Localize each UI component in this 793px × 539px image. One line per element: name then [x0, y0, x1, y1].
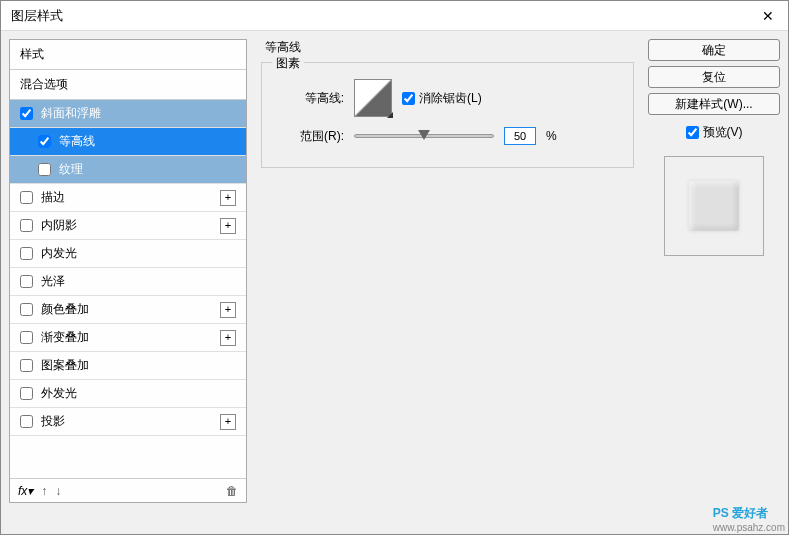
- ok-button[interactable]: 确定: [648, 39, 780, 61]
- blend-options[interactable]: 混合选项: [10, 70, 246, 100]
- action-panel: 确定 复位 新建样式(W)... 预览(V): [648, 39, 780, 503]
- range-slider[interactable]: [354, 134, 494, 138]
- close-button[interactable]: ✕: [748, 1, 788, 31]
- add-effect-button[interactable]: +: [220, 330, 236, 346]
- style-item[interactable]: 内阴影+: [10, 212, 246, 240]
- style-checkbox[interactable]: [20, 415, 33, 428]
- style-checkbox[interactable]: [20, 275, 33, 288]
- watermark: PS 爱好者 www.psahz.com: [713, 505, 785, 533]
- style-label: 投影: [41, 413, 220, 430]
- contour-label: 等高线:: [274, 90, 344, 107]
- style-checkbox[interactable]: [20, 107, 33, 120]
- style-item[interactable]: 颜色叠加+: [10, 296, 246, 324]
- style-checkbox[interactable]: [20, 191, 33, 204]
- preview-control[interactable]: 预览(V): [648, 124, 780, 141]
- titlebar: 图层样式 ✕: [1, 1, 788, 31]
- section-title: 等高线: [261, 39, 634, 56]
- group-title: 图素: [272, 55, 304, 72]
- style-item[interactable]: 图案叠加: [10, 352, 246, 380]
- add-effect-button[interactable]: +: [220, 302, 236, 318]
- dialog-content: 样式 混合选项 斜面和浮雕等高线纹理描边+内阴影+内发光光泽颜色叠加+渐变叠加+…: [1, 31, 788, 511]
- style-item[interactable]: 投影+: [10, 408, 246, 436]
- layer-style-dialog: 图层样式 ✕ 样式 混合选项 斜面和浮雕等高线纹理描边+内阴影+内发光光泽颜色叠…: [0, 0, 789, 535]
- delete-button[interactable]: 🗑: [226, 484, 238, 498]
- style-checkbox[interactable]: [38, 163, 51, 176]
- style-item[interactable]: 外发光: [10, 380, 246, 408]
- window-title: 图层样式: [11, 7, 748, 25]
- preview-box: [664, 156, 764, 256]
- percent-label: %: [546, 129, 557, 143]
- styles-header: 样式: [10, 40, 246, 70]
- add-effect-button[interactable]: +: [220, 190, 236, 206]
- styles-spacer: [10, 436, 246, 478]
- style-label: 颜色叠加: [41, 301, 220, 318]
- watermark-text: PS 爱好者 www.psahz.com: [713, 505, 785, 533]
- options-panel: 等高线 图素 等高线: 消除锯齿(L) 范围(R):: [255, 39, 640, 503]
- range-input[interactable]: [504, 127, 536, 145]
- move-up-button[interactable]: ↑: [41, 484, 47, 498]
- style-label: 斜面和浮雕: [41, 105, 236, 122]
- style-label: 图案叠加: [41, 357, 236, 374]
- reset-button[interactable]: 复位: [648, 66, 780, 88]
- contour-picker[interactable]: [354, 79, 392, 117]
- fx-menu[interactable]: fx▾: [18, 484, 33, 498]
- slider-thumb[interactable]: [418, 130, 430, 140]
- antialias-control[interactable]: 消除锯齿(L): [402, 90, 482, 107]
- style-checkbox[interactable]: [20, 387, 33, 400]
- antialias-label: 消除锯齿(L): [419, 90, 482, 107]
- style-checkbox[interactable]: [20, 331, 33, 344]
- add-effect-button[interactable]: +: [220, 414, 236, 430]
- style-label: 渐变叠加: [41, 329, 220, 346]
- elements-group: 图素 等高线: 消除锯齿(L) 范围(R):: [261, 62, 634, 168]
- contour-row: 等高线: 消除锯齿(L): [274, 79, 621, 117]
- style-checkbox[interactable]: [20, 247, 33, 260]
- style-checkbox[interactable]: [20, 219, 33, 232]
- range-row: 范围(R): %: [274, 127, 621, 145]
- antialias-checkbox[interactable]: [402, 92, 415, 105]
- style-label: 外发光: [41, 385, 236, 402]
- style-item[interactable]: 纹理: [10, 156, 246, 184]
- style-label: 内发光: [41, 245, 236, 262]
- move-down-button[interactable]: ↓: [55, 484, 61, 498]
- style-item[interactable]: 描边+: [10, 184, 246, 212]
- new-style-button[interactable]: 新建样式(W)...: [648, 93, 780, 115]
- style-checkbox[interactable]: [38, 135, 51, 148]
- style-item[interactable]: 内发光: [10, 240, 246, 268]
- style-label: 内阴影: [41, 217, 220, 234]
- preview-swatch: [689, 181, 739, 231]
- style-checkbox[interactable]: [20, 303, 33, 316]
- style-item[interactable]: 光泽: [10, 268, 246, 296]
- style-item[interactable]: 斜面和浮雕: [10, 100, 246, 128]
- preview-checkbox[interactable]: [686, 126, 699, 139]
- style-label: 描边: [41, 189, 220, 206]
- add-effect-button[interactable]: +: [220, 218, 236, 234]
- preview-label: 预览(V): [703, 124, 743, 141]
- style-label: 等高线: [59, 133, 236, 150]
- range-label: 范围(R):: [274, 128, 344, 145]
- style-checkbox[interactable]: [20, 359, 33, 372]
- style-item[interactable]: 渐变叠加+: [10, 324, 246, 352]
- styles-footer: fx▾ ↑ ↓ 🗑: [10, 478, 246, 502]
- style-item[interactable]: 等高线: [10, 128, 246, 156]
- style-label: 纹理: [59, 161, 236, 178]
- styles-list: 斜面和浮雕等高线纹理描边+内阴影+内发光光泽颜色叠加+渐变叠加+图案叠加外发光投…: [10, 100, 246, 436]
- style-label: 光泽: [41, 273, 236, 290]
- styles-panel: 样式 混合选项 斜面和浮雕等高线纹理描边+内阴影+内发光光泽颜色叠加+渐变叠加+…: [9, 39, 247, 503]
- contour-section: 等高线 图素 等高线: 消除锯齿(L) 范围(R):: [261, 39, 634, 168]
